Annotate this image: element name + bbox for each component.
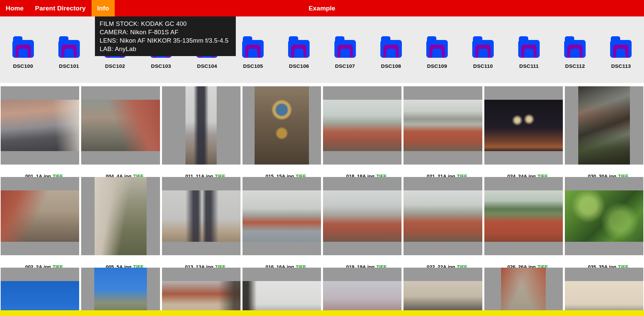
- photo-thumbnail[interactable]: [243, 190, 321, 242]
- nav-item-parent-directory[interactable]: Parent Directory: [30, 0, 92, 16]
- thumbnail-cell[interactable]: [162, 177, 240, 255]
- photo-thumbnail[interactable]: [404, 190, 482, 242]
- thumbnail-cell[interactable]: [1, 86, 79, 165]
- thumbnail-cell[interactable]: [162, 268, 240, 316]
- thumbnail-cell[interactable]: [323, 177, 401, 255]
- gallery-item[interactable]: [81, 268, 160, 316]
- thumbnail-cell[interactable]: [162, 86, 240, 165]
- folder-item[interactable]: DSC113: [598, 36, 644, 69]
- thumbnail-cell[interactable]: [243, 268, 321, 316]
- info-line-lens: LENS: Nikon AF NIKKOR 35-135mm f/3.5-4.5: [100, 36, 231, 45]
- thumbnail-cell[interactable]: [323, 268, 401, 316]
- folder-icon-inner: [616, 49, 626, 58]
- gallery-item[interactable]: 026_26A.jpgTIFF: [484, 177, 563, 264]
- photo-thumbnail[interactable]: [404, 100, 482, 151]
- gallery-item[interactable]: 005_5A.jpgTIFF: [81, 177, 160, 264]
- gallery-item[interactable]: [243, 268, 321, 316]
- folder-item[interactable]: DSC105: [230, 36, 276, 69]
- folder-icon: [242, 36, 264, 58]
- folder-item[interactable]: DSC109: [414, 36, 460, 69]
- gallery-item[interactable]: 018_18A.jpgTIFF: [323, 86, 401, 173]
- photo-caption: 013_13A.jpgTIFF: [162, 257, 240, 264]
- thumbnail-cell[interactable]: [484, 86, 563, 165]
- photo-caption: 011_11A.jpgTIFF: [162, 166, 240, 173]
- folder-icon: [472, 36, 494, 58]
- thumbnail-cell[interactable]: [404, 177, 482, 255]
- photo-thumbnail[interactable]: [484, 100, 563, 151]
- gallery-item[interactable]: 016_16A.jpgTIFF: [243, 177, 321, 264]
- thumbnail-cell[interactable]: [484, 268, 563, 316]
- gallery-item[interactable]: 024_24A.jpgTIFF: [484, 86, 563, 173]
- folder-icon-body: [518, 40, 540, 58]
- folder-label: DSC102: [105, 63, 125, 69]
- folder-icon-inner: [570, 49, 580, 58]
- photo-thumbnail[interactable]: [1, 100, 79, 151]
- gallery-item[interactable]: 022_22A.jpgTIFF: [404, 177, 482, 264]
- folder-item[interactable]: DSC111: [506, 36, 552, 69]
- folder-item[interactable]: DSC106: [276, 36, 322, 69]
- gallery-item[interactable]: [162, 268, 240, 316]
- gallery-item[interactable]: 013_13A.jpgTIFF: [162, 177, 240, 264]
- folder-icon-inner: [18, 49, 28, 58]
- folder-item[interactable]: DSC108: [368, 36, 414, 69]
- folder-label: DSC111: [519, 63, 539, 69]
- photo-thumbnail[interactable]: [255, 86, 309, 165]
- photo-thumbnail[interactable]: [185, 86, 217, 165]
- photo-thumbnail[interactable]: [162, 190, 240, 242]
- folder-item[interactable]: DSC100: [0, 36, 46, 69]
- photo-caption: 024_24A.jpgTIFF: [484, 166, 563, 173]
- info-line-camera: CAMERA: Nikon F-801S AF: [100, 28, 231, 36]
- photo-thumbnail[interactable]: [323, 100, 401, 151]
- gallery-item[interactable]: 011_11A.jpgTIFF: [162, 86, 240, 173]
- gallery-item[interactable]: 035_35A.jpgTIFF: [565, 177, 643, 264]
- photo-thumbnail[interactable]: [95, 177, 147, 255]
- gallery-item[interactable]: 019_19A.jpgTIFF: [323, 177, 401, 264]
- gallery-item[interactable]: 002_2A.jpgTIFF: [1, 177, 79, 264]
- thumbnail-cell[interactable]: [565, 177, 643, 255]
- gallery-item[interactable]: [404, 268, 482, 316]
- thumbnail-cell[interactable]: [404, 268, 482, 316]
- thumbnail-cell[interactable]: [243, 86, 321, 165]
- folder-item[interactable]: DSC101: [46, 36, 92, 69]
- gallery-item[interactable]: 015_15A.jpgTIFF: [243, 86, 321, 173]
- photo-thumbnail[interactable]: [565, 190, 643, 242]
- thumbnail-cell[interactable]: [484, 177, 563, 255]
- gallery-item[interactable]: 004_4A.jpgTIFF: [81, 86, 160, 173]
- thumbnail-cell[interactable]: [1, 177, 79, 255]
- thumbnail-cell[interactable]: [81, 86, 160, 165]
- gallery-item[interactable]: 030_30A.jpgTIFF: [565, 86, 643, 173]
- photo-thumbnail[interactable]: [1, 190, 79, 242]
- photo-thumbnail[interactable]: [484, 190, 563, 242]
- thumbnail-cell[interactable]: [404, 86, 482, 165]
- photo-thumbnail[interactable]: [323, 190, 401, 242]
- gallery-item[interactable]: [1, 268, 79, 316]
- gallery-item[interactable]: 021_21A.jpgTIFF: [404, 86, 482, 173]
- thumbnail-cell[interactable]: [1, 268, 79, 316]
- gallery-item[interactable]: [565, 268, 643, 316]
- folder-item[interactable]: DSC112: [552, 36, 598, 69]
- folder-icon: [426, 36, 448, 58]
- thumbnail-cell[interactable]: [81, 268, 160, 316]
- photo-thumbnail[interactable]: [578, 86, 630, 165]
- photo-thumbnail[interactable]: [94, 268, 147, 316]
- photo-caption: 018_18A.jpgTIFF: [323, 166, 401, 173]
- thumbnail-cell[interactable]: [243, 177, 321, 255]
- photo-caption: 015_15A.jpgTIFF: [243, 166, 321, 173]
- nav-item-info[interactable]: Info: [92, 0, 115, 16]
- thumbnail-cell[interactable]: [81, 177, 160, 255]
- footer: Made with StaticGalleryBuilder 2.3.1 by …: [0, 310, 644, 316]
- nav-item-home[interactable]: Home: [0, 0, 30, 16]
- photo-thumbnail[interactable]: [501, 268, 546, 316]
- photo-caption: 021_21A.jpgTIFF: [404, 166, 482, 173]
- folder-item[interactable]: DSC110: [460, 36, 506, 69]
- folder-item[interactable]: DSC107: [322, 36, 368, 69]
- gallery-item[interactable]: [323, 268, 401, 316]
- photo-thumbnail[interactable]: [81, 100, 160, 151]
- gallery-item[interactable]: [484, 268, 563, 316]
- folder-icon-body: [610, 40, 632, 58]
- thumbnail-cell[interactable]: [323, 86, 401, 165]
- thumbnail-cell[interactable]: [565, 86, 643, 165]
- folder-icon-inner: [386, 49, 396, 58]
- gallery-item[interactable]: 001_1A.jpgTIFF: [1, 86, 79, 173]
- thumbnail-cell[interactable]: [565, 268, 643, 316]
